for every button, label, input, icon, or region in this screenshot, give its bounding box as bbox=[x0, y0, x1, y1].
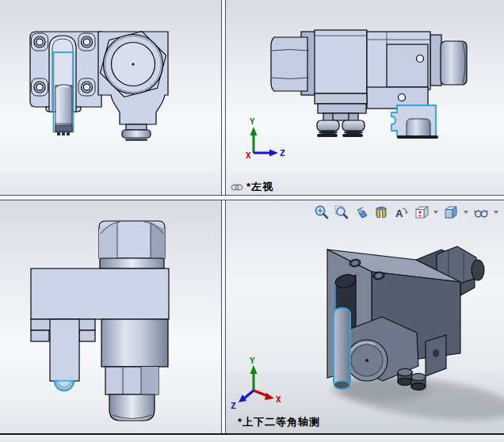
axis-label-y: Y bbox=[250, 116, 255, 127]
axis-label-z: Z bbox=[280, 148, 285, 158]
orientation-triad-iso: Y X Z bbox=[231, 356, 281, 411]
viewport-left[interactable]: Y Z X *左视 bbox=[226, 0, 504, 195]
axis-label-y: Y bbox=[250, 356, 255, 366]
horizontal-viewport-splitter[interactable] bbox=[0, 195, 504, 200]
viewport-top[interactable] bbox=[0, 200, 221, 433]
left-part-body[interactable] bbox=[271, 30, 467, 137]
selected-bracket[interactable] bbox=[391, 105, 438, 139]
front-view-drawing[interactable] bbox=[0, 0, 221, 195]
viewport-isometric[interactable]: A bbox=[226, 200, 504, 433]
viewport-label-text: *上下二等角轴测 bbox=[238, 415, 320, 429]
vertical-viewport-splitter[interactable] bbox=[221, 0, 226, 433]
viewport-front[interactable] bbox=[0, 0, 221, 195]
top-part-body[interactable] bbox=[31, 221, 169, 421]
orientation-triad: Y Z X bbox=[246, 116, 285, 161]
viewport-label-left: *左视 bbox=[231, 180, 273, 194]
axis-label-x: X bbox=[246, 151, 251, 161]
axis-label-x: X bbox=[276, 394, 281, 405]
viewport-label-text: *左视 bbox=[246, 180, 273, 194]
link-views-icon bbox=[231, 183, 243, 192]
axis-label-z: Z bbox=[231, 401, 236, 411]
left-view-drawing[interactable]: Y Z X bbox=[226, 0, 504, 195]
viewport-label-isometric: *上下二等角轴测 bbox=[238, 415, 320, 429]
front-part-body[interactable] bbox=[30, 32, 168, 142]
selected-pin-end[interactable] bbox=[55, 381, 74, 391]
isometric-view-drawing[interactable]: Y X Z bbox=[226, 200, 504, 433]
status-bar bbox=[0, 433, 504, 442]
cad-multiview-window: Y Z X *左视 bbox=[0, 0, 504, 442]
top-view-drawing[interactable] bbox=[0, 200, 221, 433]
